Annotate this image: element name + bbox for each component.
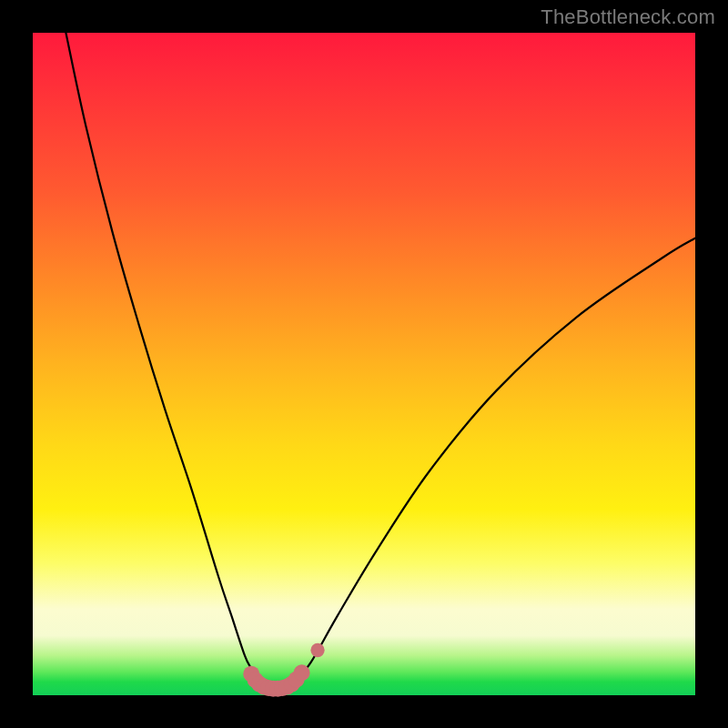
bottleneck-curve <box>66 33 695 689</box>
curve-markers <box>243 643 324 697</box>
watermark-text: TheBottleneck.com <box>541 5 715 29</box>
plot-area <box>33 33 695 695</box>
curve-layer <box>33 33 695 695</box>
curve-marker <box>294 664 310 681</box>
curve-marker <box>310 643 324 657</box>
chart-frame: TheBottleneck.com <box>0 0 728 728</box>
